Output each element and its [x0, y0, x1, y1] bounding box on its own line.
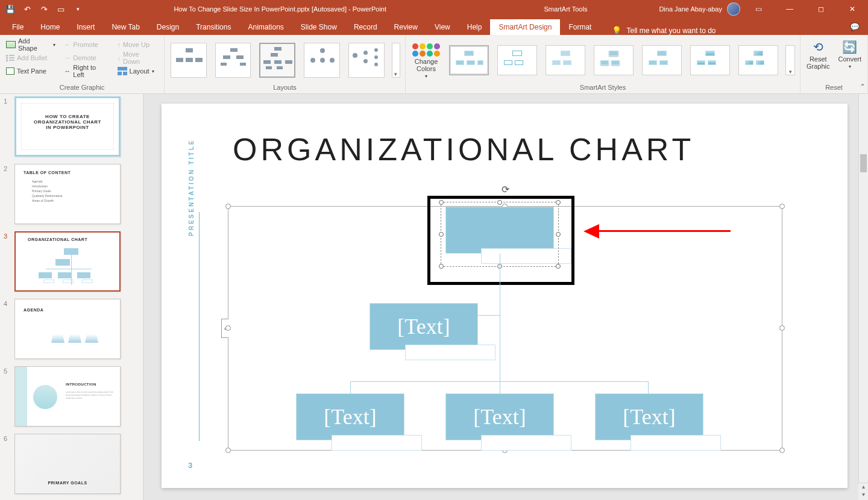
org-node-level3-3[interactable]: [Text] — [595, 393, 703, 440]
style-option-7[interactable] — [738, 45, 778, 75]
group-label: Reset — [805, 83, 863, 92]
thumbnail-slide-4[interactable]: 4 AGENDA — [4, 299, 142, 359]
change-colors-button[interactable]: Change Colors▾ — [410, 41, 442, 79]
thumbnail-slide-1[interactable]: 1 HOW TO CREATE ORGANIZATIONAL CHART IN … — [4, 96, 142, 157]
quick-access-toolbar: 💾 ↶ ↷ ▭ ▾ — [0, 1, 88, 17]
minimize-icon[interactable]: — — [776, 0, 803, 18]
right-to-left-button[interactable]: ↔Right to Left — [63, 65, 110, 77]
tab-design[interactable]: Design — [148, 19, 187, 35]
slide-canvas-area: PRESENTATION TITLE 3 ORGANIZATIONAL CHAR… — [143, 94, 868, 500]
ribbon-tabs: File Home Insert New Tab Design Transiti… — [0, 18, 868, 35]
reset-graphic-button[interactable]: ⟲ Reset Graphic — [805, 37, 831, 70]
tab-newtab[interactable]: New Tab — [103, 19, 148, 35]
text-pane-button[interactable]: Text Pane — [5, 65, 57, 77]
layouts-more-icon[interactable]: ▾ — [392, 43, 400, 78]
group-smartart-styles: Change Colors▾ ▾ SmartArt Styles — [406, 35, 800, 93]
tab-format[interactable]: Format — [560, 19, 600, 35]
move-down-icon: ↓ — [118, 54, 121, 61]
redo-icon[interactable]: ↷ — [36, 1, 52, 17]
reset-graphic-icon: ⟲ — [813, 40, 823, 54]
layout-option-1[interactable] — [171, 43, 207, 78]
layout-option-3[interactable] — [259, 43, 295, 78]
lightbulb-icon: 💡 — [612, 26, 621, 35]
ribbon-display-options-icon[interactable]: ▭ — [745, 0, 772, 18]
prev-slide-icon[interactable]: ▴ — [862, 483, 865, 490]
promote-button: ←Promote — [63, 39, 110, 51]
tab-transitions[interactable]: Transitions — [187, 19, 239, 35]
user-name: Dina Jane Abay-abay — [659, 5, 722, 13]
thumbnail-slide-6[interactable]: 6 PRIMARY GOALS — [4, 434, 142, 494]
title-bar: 💾 ↶ ↷ ▭ ▾ How To Change Slide Size In Po… — [0, 0, 868, 18]
rotate-handle-icon[interactable]: ⟳ — [502, 184, 509, 195]
tab-insert[interactable]: Insert — [68, 19, 103, 35]
add-bullet-button: Add Bullet — [5, 52, 57, 64]
smartart-frame[interactable]: ⟳ ‹ — [228, 206, 782, 451]
style-option-5[interactable] — [642, 45, 682, 75]
qat-more-icon[interactable]: ▾ — [70, 1, 86, 17]
tell-me-search[interactable]: 💡 Tell me what you want to do — [612, 26, 715, 35]
next-slide-icon[interactable]: ▾ — [862, 491, 865, 498]
layout-option-2[interactable] — [215, 43, 251, 78]
style-option-1[interactable] — [449, 45, 489, 75]
group-label: Create Graphic — [5, 83, 159, 92]
thumbnail-slide-5[interactable]: 5 INTRODUCTION Lorem ipsum dolor sit ame… — [4, 366, 142, 427]
styles-more-icon[interactable]: ▾ — [785, 45, 795, 75]
tab-help[interactable]: Help — [459, 19, 491, 35]
decorative-line — [199, 212, 200, 441]
convert-button[interactable]: 🔄 Convert▾ — [837, 37, 863, 69]
user-area: Dina Jane Abay-abay ▭ — ◻ ✕ — [659, 0, 868, 18]
collapse-ribbon-icon[interactable]: ⌃ — [860, 83, 866, 91]
tab-view[interactable]: View — [426, 19, 459, 35]
rtl-icon: ↔ — [64, 67, 71, 75]
thumbnail-slide-2[interactable]: 2 TABLE OF CONTENT Agenda Introduction P… — [4, 164, 142, 224]
demote-icon: → — [64, 54, 71, 61]
side-title: PRESENTATION TITLE — [188, 139, 195, 236]
move-up-button: ↑Move Up — [116, 39, 159, 51]
tab-slideshow[interactable]: Slide Show — [292, 19, 345, 35]
tab-animations[interactable]: Animations — [239, 19, 292, 35]
org-node-level2[interactable]: [Text] — [370, 303, 478, 350]
start-from-beginning-icon[interactable]: ▭ — [53, 1, 69, 17]
org-node-level3-2[interactable]: [Text] — [445, 393, 554, 440]
maximize-icon[interactable]: ◻ — [808, 0, 834, 18]
slide-heading[interactable]: ORGANIZATIONAL CHART — [233, 131, 694, 167]
document-title: How To Change Slide Size In PowerPoint.p… — [88, 5, 472, 13]
layout-option-4[interactable] — [304, 43, 340, 78]
style-option-3[interactable] — [546, 45, 585, 75]
org-node-level3-1[interactable]: [Text] — [296, 393, 404, 440]
thumbnail-slide-3[interactable]: 3 ORGANIZATIONAL CHART — [4, 231, 142, 292]
style-option-6[interactable] — [690, 45, 730, 75]
slide-canvas[interactable]: PRESENTATION TITLE 3 ORGANIZATIONAL CHAR… — [162, 104, 848, 488]
add-shape-button[interactable]: Add Shape ▾ — [5, 39, 57, 51]
tab-review[interactable]: Review — [386, 19, 426, 35]
layout-option-5[interactable] — [348, 43, 385, 78]
group-label: Layouts — [169, 83, 400, 92]
page-number: 3 — [188, 461, 192, 470]
vertical-scrollbar[interactable]: ▴ ▾ — [858, 94, 868, 500]
text-pane-icon — [6, 67, 14, 75]
group-label: SmartArt Styles — [410, 83, 795, 92]
tell-me-label: Tell me what you want to do — [626, 27, 715, 35]
group-layouts: ▾ Layouts — [165, 35, 406, 93]
change-colors-icon — [412, 43, 440, 57]
style-option-4[interactable] — [594, 45, 634, 75]
share-icon[interactable]: 💬 — [841, 19, 868, 35]
promote-icon: ← — [64, 41, 71, 48]
slide-thumbnails-panel[interactable]: 1 HOW TO CREATE ORGANIZATIONAL CHART IN … — [0, 94, 143, 500]
layout-icon — [118, 67, 127, 75]
add-shape-icon — [6, 41, 16, 48]
ribbon: Add Shape ▾ Add Bullet Text Pane ←Promot… — [0, 35, 868, 94]
tab-record[interactable]: Record — [345, 19, 386, 35]
tab-smartart-design[interactable]: SmartArt Design — [490, 19, 560, 35]
save-icon[interactable]: 💾 — [2, 1, 18, 17]
scrollbar-thumb[interactable] — [860, 154, 867, 172]
avatar[interactable] — [727, 2, 740, 16]
tab-home[interactable]: Home — [32, 19, 68, 35]
demote-button: →Demote — [63, 52, 110, 64]
undo-icon[interactable]: ↶ — [19, 1, 35, 17]
close-icon[interactable]: ✕ — [839, 0, 866, 18]
add-bullet-icon — [6, 54, 14, 61]
layout-button[interactable]: Layout ▾ — [116, 65, 159, 77]
tab-file[interactable]: File — [4, 19, 32, 35]
style-option-2[interactable] — [497, 45, 537, 75]
